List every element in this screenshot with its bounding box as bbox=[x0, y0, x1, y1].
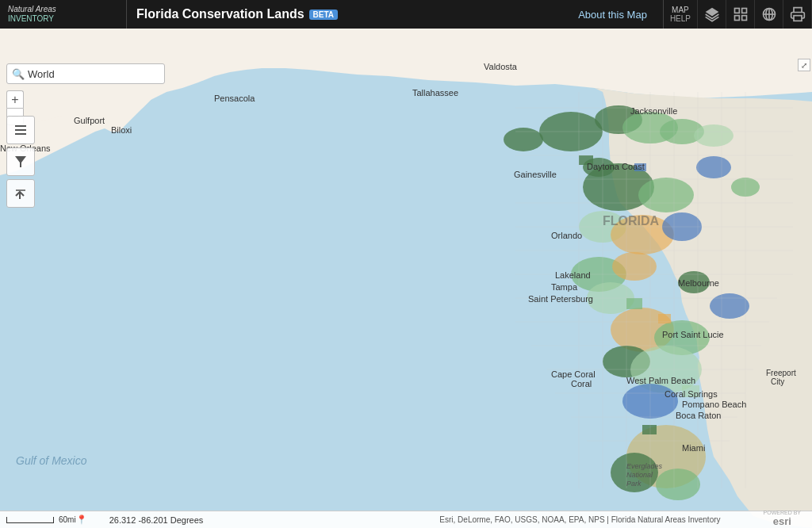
city-jacksonville: Jacksonville bbox=[630, 106, 677, 116]
esri-logo: POWERED BY esri bbox=[764, 510, 801, 527]
city-tallahassee: Tallahassee bbox=[412, 88, 458, 98]
city-biloxi: Biloxi bbox=[111, 125, 132, 135]
svg-point-32 bbox=[656, 469, 700, 500]
everglades-label3: Park bbox=[626, 480, 642, 488]
city-city: City bbox=[771, 377, 784, 386]
app-header: Natural Areas INVENTORY Florida Conserva… bbox=[0, 0, 812, 29]
scale-bar bbox=[6, 517, 54, 523]
search-input[interactable] bbox=[28, 68, 159, 80]
svg-point-23 bbox=[612, 252, 657, 281]
search-bar: 🔍 bbox=[6, 63, 165, 84]
toolbar-right: MAP HELP bbox=[663, 0, 812, 29]
logo-area: Natural Areas INVENTORY bbox=[0, 0, 127, 29]
gulf-label: Gulf of Mexico bbox=[16, 454, 87, 467]
city-pompano: Pompano Beach bbox=[682, 400, 746, 409]
svg-point-18 bbox=[638, 178, 694, 212]
svg-rect-43 bbox=[642, 425, 657, 434]
logo-line1: Natural Areas bbox=[8, 5, 56, 14]
city-tampa: Tampa bbox=[551, 282, 578, 292]
city-melbourne: Melbourne bbox=[678, 278, 719, 288]
svg-rect-3 bbox=[734, 16, 739, 21]
svg-rect-4 bbox=[741, 16, 746, 21]
map-label: MAP bbox=[672, 6, 689, 14]
city-gainesville: Gainesville bbox=[514, 170, 557, 179]
expand-button[interactable]: ⤢ bbox=[798, 59, 810, 71]
beta-badge: BETA bbox=[309, 10, 338, 20]
svg-rect-40 bbox=[626, 298, 642, 309]
city-portsaint: Port Saint Lucie bbox=[662, 330, 724, 339]
left-panel bbox=[6, 116, 35, 208]
city-lakeland: Lakeland bbox=[555, 270, 591, 280]
scale-bar-area: 60mi bbox=[6, 515, 76, 524]
florida-svg: Valdosta Mobile Pensacola Tallahassee Ja… bbox=[0, 29, 812, 528]
map-container[interactable]: Valdosta Mobile Pensacola Tallahassee Ja… bbox=[0, 29, 812, 528]
svg-marker-70 bbox=[15, 156, 26, 167]
coordinates-display: 26.312 -86.201 Degrees bbox=[109, 515, 204, 525]
zoom-in-button[interactable]: + bbox=[6, 90, 24, 108]
city-miami: Miami bbox=[682, 443, 705, 453]
city-daytona: Daytona Coast bbox=[587, 162, 645, 171]
everglades-label: Everglades bbox=[626, 462, 663, 470]
map-title: Florida Conservation Lands bbox=[136, 7, 304, 21]
toggle-button[interactable] bbox=[6, 179, 35, 208]
svg-rect-1 bbox=[734, 9, 739, 13]
globe-button[interactable] bbox=[755, 0, 783, 29]
state-label-florida: FLORIDA bbox=[603, 214, 660, 228]
city-pensacola: Pensacola bbox=[214, 94, 255, 103]
svg-point-16 bbox=[694, 124, 733, 147]
svg-point-36 bbox=[710, 293, 749, 319]
city-bocaraton: Boca Raton bbox=[676, 411, 721, 420]
city-coralsprings: Coral Springs bbox=[665, 389, 718, 399]
esri-text: esri bbox=[773, 515, 791, 527]
search-icon: 🔍 bbox=[12, 68, 25, 80]
svg-point-34 bbox=[696, 156, 731, 178]
city-valdosta: Valdosta bbox=[484, 62, 518, 71]
layers-button[interactable] bbox=[698, 0, 726, 29]
filter-button[interactable] bbox=[6, 147, 35, 176]
city-gulfport: Gulfport bbox=[74, 116, 105, 125]
about-link[interactable]: About this Map bbox=[562, 9, 663, 21]
attribution-text: Esri, DeLorme, FAO, USGS, NOAA, EPA, NPS… bbox=[203, 515, 768, 524]
powered-by-text: POWERED BY bbox=[764, 510, 801, 515]
print-button[interactable] bbox=[783, 0, 812, 29]
city-orlando: Orlando bbox=[551, 231, 582, 240]
city-capecoral: Cape Coral bbox=[551, 369, 596, 379]
bottom-bar: 60mi 📍 26.312 -86.201 Degrees Esri, DeLo… bbox=[0, 511, 812, 528]
map-title-area: Florida Conservation Lands BETA bbox=[127, 7, 562, 21]
scale-label: 60mi bbox=[59, 515, 76, 524]
logo-text: Natural Areas INVENTORY bbox=[8, 5, 56, 24]
svg-point-13 bbox=[504, 128, 543, 151]
city-freeport: Freeport bbox=[766, 369, 796, 377]
help-label: HELP bbox=[670, 14, 691, 23]
city-westpalm: West Palm Beach bbox=[626, 376, 695, 385]
everglades-label2: National bbox=[626, 471, 653, 479]
logo-line2: INVENTORY bbox=[8, 14, 56, 24]
svg-rect-9 bbox=[794, 16, 802, 21]
city-stpete: Saint Petersburg bbox=[528, 294, 593, 304]
city-coral: Coral bbox=[571, 379, 592, 388]
list-button[interactable] bbox=[6, 116, 35, 144]
map-help-button[interactable]: MAP HELP bbox=[664, 0, 698, 29]
grid-button[interactable] bbox=[726, 0, 755, 29]
svg-rect-2 bbox=[741, 9, 746, 13]
